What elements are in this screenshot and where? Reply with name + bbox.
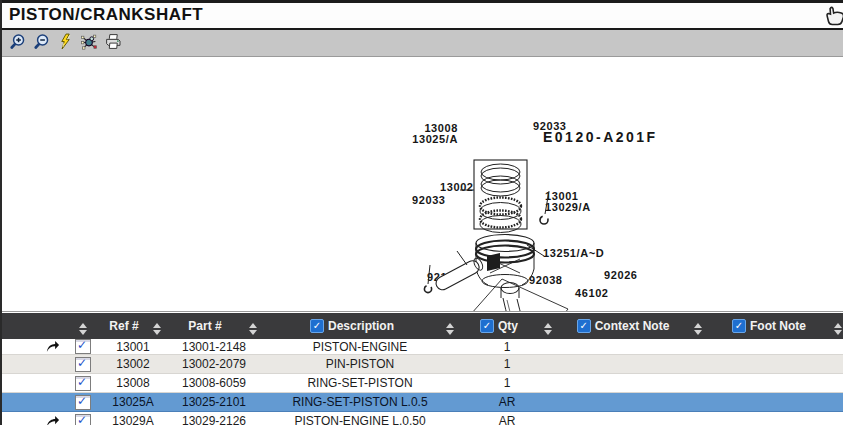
row-check-icon[interactable]: ✓ (75, 376, 91, 391)
description-cell[interactable]: PISTON-ENGINE (262, 339, 458, 355)
qty-cell[interactable]: AR (458, 393, 556, 412)
sort-context-note[interactable] (690, 313, 706, 339)
row-check-icon[interactable]: ✓ (75, 414, 91, 425)
foot-note-cell[interactable] (706, 393, 843, 412)
hand-cursor-icon (822, 5, 843, 27)
sort-icon[interactable] (694, 323, 702, 335)
description-cell[interactable]: PISTON-ENGINE L.0.50 (262, 412, 458, 425)
zoom-in-icon (9, 33, 26, 53)
table-row[interactable]: ✓13025A13025-2101RING-SET-PISTON L.0.5AR (0, 393, 843, 412)
row-check-cell[interactable]: ✓ (66, 412, 100, 425)
row-check-cell[interactable]: ✓ (66, 355, 100, 374)
part-cell[interactable]: 13008-6059 (166, 374, 262, 393)
context-note-cell[interactable] (556, 412, 706, 425)
ref-cell[interactable]: 13002 (100, 355, 166, 374)
ref-cell[interactable]: 13008 (100, 374, 166, 393)
zoom-out-icon (33, 33, 50, 53)
diagram-pane: E0120-A201F 1300813025/A9203313002920331… (0, 57, 843, 310)
sort-part[interactable] (244, 313, 262, 339)
sort-foot-note[interactable] (832, 313, 843, 339)
header-qty[interactable]: ✓Qty (458, 313, 540, 339)
sort-ref[interactable] (148, 313, 166, 339)
sort-description[interactable] (442, 313, 458, 339)
row-check-icon[interactable]: ✓ (75, 357, 91, 372)
part-cell[interactable]: 13025-2101 (166, 393, 262, 412)
qty-checkbox[interactable]: ✓ (480, 319, 494, 333)
ref-cell[interactable]: 13029A (100, 412, 166, 425)
print-icon (104, 33, 122, 53)
title-bar: PISTON/CRANKSHAFT (0, 3, 843, 28)
header-foot-note[interactable]: ✓Foot Note (706, 313, 832, 339)
qty-cell[interactable]: 1 (458, 374, 556, 393)
table-body: ✓1300113001-2148PISTON-ENGINE1✓130021300… (0, 339, 843, 425)
table-row[interactable]: ✓1300213002-2079PIN-PISTON1 (0, 355, 843, 374)
part-cell[interactable]: 13002-2079 (166, 355, 262, 374)
description-cell[interactable]: RING-SET-PISTON (262, 374, 458, 393)
table-row[interactable]: ✓1300113001-2148PISTON-ENGINE1 (0, 339, 843, 355)
page-title: PISTON/CRANKSHAFT (9, 5, 203, 25)
sort-icon[interactable] (153, 323, 161, 335)
sort-icon[interactable] (249, 323, 257, 335)
part-cell[interactable]: 13029-2126 (166, 412, 262, 425)
row-arrow-cell[interactable] (0, 339, 66, 355)
flash-button[interactable] (54, 33, 76, 54)
table-row[interactable]: ✓1300813008-6059RING-SET-PISTON1 (0, 374, 843, 393)
context-note-cell[interactable] (556, 339, 706, 355)
header-part[interactable]: Part # (166, 313, 244, 339)
part-cell[interactable]: 13001-2148 (166, 339, 262, 355)
ref-cell[interactable]: 13001 (100, 339, 166, 355)
foot-note-cell[interactable] (706, 339, 843, 355)
description-cell[interactable]: PIN-PISTON (262, 355, 458, 374)
sort-qty[interactable] (540, 313, 556, 339)
toolbar (0, 30, 843, 57)
table-row[interactable]: ✓13029A13029-2126PISTON-ENGINE L.0.50AR (0, 412, 843, 425)
foot-note-cell[interactable] (706, 374, 843, 393)
parts-catalog-window: PISTON/CRANKSHAFT (0, 0, 843, 425)
sort-icon[interactable] (446, 323, 454, 335)
context-note-cell[interactable] (556, 374, 706, 393)
context-note-checkbox[interactable]: ✓ (577, 319, 591, 333)
table-header: Ref # Part # ✓Description ✓Qty ✓Context … (0, 313, 843, 339)
context-note-cell[interactable] (556, 355, 706, 374)
row-check-cell[interactable]: ✓ (66, 339, 100, 355)
sort-icon[interactable] (834, 323, 842, 335)
header-ref[interactable]: Ref # (100, 313, 148, 339)
print-button[interactable] (102, 33, 124, 54)
hotspot-spider-icon (80, 33, 98, 53)
header-context-note[interactable]: ✓Context Note (556, 313, 690, 339)
row-check-icon[interactable]: ✓ (75, 395, 91, 410)
foot-note-checkbox[interactable]: ✓ (732, 319, 746, 333)
qty-cell[interactable]: AR (458, 412, 556, 425)
row-check-cell[interactable]: ✓ (66, 374, 100, 393)
window-left-border (0, 0, 2, 425)
zoom-in-button[interactable] (6, 33, 28, 54)
context-note-cell[interactable] (556, 393, 706, 412)
ref-cell[interactable]: 13025A (100, 393, 166, 412)
row-arrow-cell[interactable] (0, 412, 66, 425)
hotspot-button[interactable] (78, 33, 100, 54)
foot-note-cell[interactable] (706, 412, 843, 425)
row-check-icon[interactable]: ✓ (75, 339, 91, 354)
row-check-cell[interactable]: ✓ (66, 393, 100, 412)
row-arrow-cell[interactable] (0, 355, 66, 374)
zoom-out-button[interactable] (30, 33, 52, 54)
sort-icon[interactable] (79, 323, 87, 335)
description-checkbox[interactable]: ✓ (310, 319, 324, 333)
parts-table: Ref # Part # ✓Description ✓Qty ✓Context … (0, 311, 843, 425)
qty-cell[interactable]: 1 (458, 339, 556, 355)
header-spacer (0, 313, 66, 339)
row-arrow-cell[interactable] (0, 393, 66, 412)
qty-cell[interactable]: 1 (458, 355, 556, 374)
header-description[interactable]: ✓Description (262, 313, 442, 339)
sort-check-column[interactable] (66, 313, 100, 339)
foot-note-cell[interactable] (706, 355, 843, 374)
sort-icon[interactable] (544, 323, 552, 335)
row-arrow-cell[interactable] (0, 374, 66, 393)
flash-icon (57, 33, 74, 53)
description-cell[interactable]: RING-SET-PISTON L.0.5 (262, 393, 458, 412)
window-top-border (0, 0, 843, 3)
